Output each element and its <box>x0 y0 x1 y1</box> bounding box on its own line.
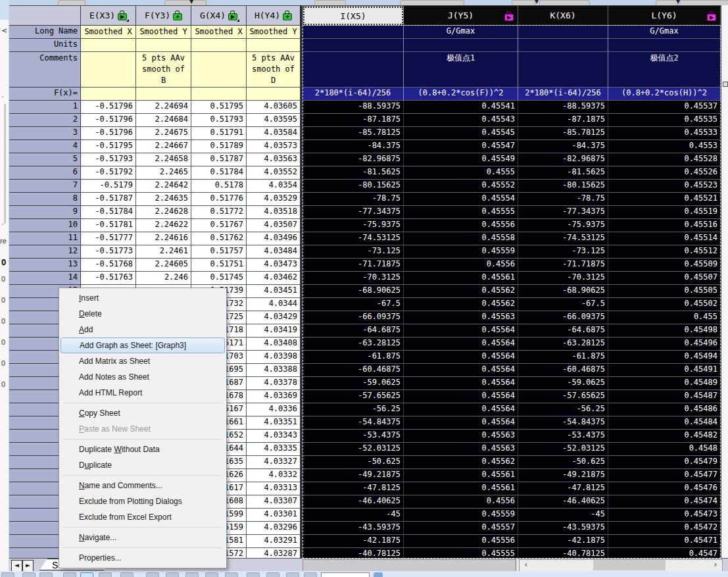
menu-item-add-notes-as-sheet[interactable]: Add Notes as Sheet <box>59 369 226 385</box>
data-cell-selected[interactable]: 0.45562 <box>404 298 518 311</box>
label-cell[interactable] <box>136 88 191 101</box>
data-cell-selected[interactable]: -73.125 <box>518 245 608 259</box>
data-cell-selected[interactable]: -66.09375 <box>518 311 608 324</box>
data-cell-selected[interactable]: 0.45543 <box>404 114 518 127</box>
data-cell-selected[interactable]: 0.45541 <box>404 101 518 114</box>
data-cell-selected[interactable]: 0.45471 <box>608 535 721 548</box>
data-cell-selected[interactable]: 0.45545 <box>404 127 518 140</box>
menu-item-exclude-from-excel-export[interactable]: Exclude from Excel Export <box>59 509 226 525</box>
data-cell-selected[interactable]: 0.45479 <box>608 456 721 469</box>
data-cell-selected[interactable]: 0.45507 <box>608 272 721 285</box>
row-header[interactable]: 6 <box>9 166 81 180</box>
data-cell[interactable]: 0.51745 <box>191 272 247 285</box>
data-cell-selected[interactable]: 0.45474 <box>608 495 721 509</box>
data-cell-selected[interactable]: 0.45533 <box>608 127 721 140</box>
data-cell[interactable]: -0.5179 <box>81 180 136 193</box>
row-header[interactable]: 8 <box>9 193 81 206</box>
data-cell-selected[interactable]: 0.45502 <box>608 298 721 311</box>
data-cell-selected[interactable]: -87.1875 <box>518 114 608 127</box>
column-header-K[interactable]: K(X6) <box>518 6 608 26</box>
row-header[interactable]: 5 <box>9 153 81 166</box>
row-header[interactable]: 10 <box>9 219 81 232</box>
data-cell-selected[interactable]: 0.45473 <box>608 509 721 522</box>
menu-item-add-matrix-as-sheet[interactable]: Add Matrix as Sheet <box>59 353 226 369</box>
data-cell-selected[interactable]: -88.59375 <box>518 101 608 114</box>
data-cell[interactable]: -0.51781 <box>81 219 136 232</box>
data-cell-selected[interactable]: -59.0625 <box>518 377 608 390</box>
data-cell-selected[interactable]: 0.45521 <box>608 193 721 206</box>
data-cell-selected[interactable]: 0.45559 <box>404 509 518 522</box>
label-cell-selected[interactable] <box>518 39 608 52</box>
data-cell-selected[interactable]: -53.4375 <box>303 430 404 443</box>
row-header[interactable]: 3 <box>9 127 81 140</box>
vertical-scroll-thumb[interactable] <box>723 82 728 87</box>
left-pane-hscrollbar[interactable] <box>303 559 516 572</box>
data-cell-selected[interactable]: -68.90625 <box>518 285 608 298</box>
data-cell-selected[interactable]: 0.45556 <box>404 535 518 548</box>
data-cell-selected[interactable]: 0.45519 <box>608 206 721 219</box>
data-cell[interactable]: 2.24694 <box>136 101 191 114</box>
data-cell-selected[interactable]: 0.45477 <box>608 469 721 482</box>
data-cell-selected[interactable]: 0.45494 <box>608 351 721 364</box>
data-cell-selected[interactable]: 0.45496 <box>608 338 721 351</box>
data-cell[interactable]: 4.03291 <box>247 535 301 548</box>
data-cell[interactable]: 2.24622 <box>136 219 191 232</box>
menu-item-name-and-comments[interactable]: Name and Comments... <box>59 478 226 493</box>
data-cell-selected[interactable]: 0.45564 <box>404 416 518 430</box>
data-cell-selected[interactable]: 0.45472 <box>608 522 721 535</box>
data-cell-selected[interactable]: -88.59375 <box>303 101 404 114</box>
data-cell[interactable]: 4.03518 <box>247 206 301 219</box>
data-cell-selected[interactable]: -50.625 <box>518 456 608 469</box>
data-cell-selected[interactable]: 0.45563 <box>404 311 518 324</box>
data-cell-selected[interactable]: 0.45564 <box>404 403 518 416</box>
data-cell-selected[interactable]: -49.21875 <box>303 469 404 482</box>
data-cell[interactable]: 4.03327 <box>247 456 301 469</box>
label-cell[interactable] <box>136 39 191 52</box>
label-cell[interactable]: Smoothed Y <box>136 26 191 39</box>
data-cell[interactable]: 2.24628 <box>136 206 191 219</box>
data-cell-selected[interactable]: 0.45552 <box>404 180 518 193</box>
data-cell-selected[interactable]: 0.45564 <box>404 377 518 390</box>
label-cell[interactable]: Smoothed Y <box>247 26 301 39</box>
vertical-scrollbar[interactable] <box>721 5 728 558</box>
row-header[interactable]: 14 <box>9 272 81 285</box>
data-cell-selected[interactable]: 0.45564 <box>404 338 518 351</box>
row-label-comments[interactable]: Comments <box>9 52 81 88</box>
data-cell-selected[interactable]: -73.125 <box>303 245 404 259</box>
data-cell[interactable]: 2.2465 <box>136 166 191 180</box>
data-cell[interactable]: 4.03307 <box>247 495 301 509</box>
data-cell[interactable]: -0.51792 <box>81 166 136 180</box>
data-cell-selected[interactable]: -67.5 <box>303 298 404 311</box>
data-cell[interactable]: 4.03573 <box>247 140 301 153</box>
data-cell-selected[interactable]: -80.15625 <box>303 180 404 193</box>
scroll-right-icon[interactable]: › <box>710 560 721 570</box>
data-cell-selected[interactable]: -54.84375 <box>518 416 608 430</box>
data-cell-selected[interactable]: -60.46875 <box>303 364 404 377</box>
data-cell-selected[interactable]: 0.4556 <box>404 259 518 272</box>
data-cell-selected[interactable]: 0.45498 <box>608 324 721 338</box>
data-cell-selected[interactable]: -52.03125 <box>303 443 404 456</box>
data-cell-selected[interactable]: -43.59375 <box>303 522 404 535</box>
data-cell-selected[interactable]: 0.45555 <box>404 548 518 559</box>
data-cell-selected[interactable]: 0.45514 <box>608 232 721 245</box>
label-cell-selected[interactable]: 极值点2 <box>608 52 721 88</box>
data-cell[interactable]: 4.03369 <box>247 390 301 403</box>
tab-nav-right-button[interactable]: ► <box>22 560 34 572</box>
label-cell-selected[interactable] <box>608 39 721 52</box>
data-cell-selected[interactable]: -82.96875 <box>518 153 608 166</box>
data-cell[interactable]: 4.03408 <box>247 338 301 351</box>
data-cell-selected[interactable]: -66.09375 <box>303 311 404 324</box>
data-cell-selected[interactable]: -63.28125 <box>518 338 608 351</box>
data-cell-selected[interactable]: -45 <box>518 509 608 522</box>
row-label-fx[interactable]: F(x)= <box>9 88 81 101</box>
data-cell[interactable]: 0.51751 <box>191 259 247 272</box>
data-cell-selected[interactable]: 0.45516 <box>608 219 721 232</box>
row-header[interactable]: 2 <box>9 114 81 127</box>
data-cell-selected[interactable]: -45 <box>303 509 404 522</box>
data-cell-selected[interactable]: -68.90625 <box>303 285 404 298</box>
label-cell-selected[interactable]: (0.8+0.2*cos(H))^2 <box>608 88 721 101</box>
data-cell-selected[interactable]: 0.45547 <box>404 140 518 153</box>
label-cell-selected[interactable] <box>518 52 608 88</box>
data-cell-selected[interactable]: 0.45556 <box>404 219 518 232</box>
data-cell-selected[interactable]: 0.45564 <box>404 351 518 364</box>
